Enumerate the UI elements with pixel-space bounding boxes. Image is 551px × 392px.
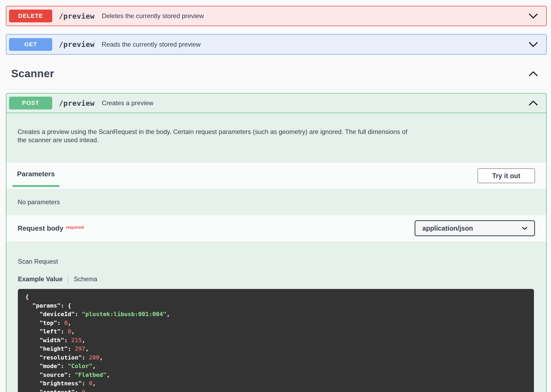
example-code: { "params": { "deviceId": "plustek:libus…: [18, 289, 534, 392]
chevron-down-icon: [521, 226, 528, 230]
tab-parameters[interactable]: Parameters: [13, 163, 59, 187]
section-title: Scanner: [11, 68, 54, 80]
content-type-select[interactable]: application/json: [415, 220, 535, 236]
chevron-down-icon[interactable]: [528, 42, 538, 47]
section-header-scanner[interactable]: Scanner: [6, 55, 547, 90]
tab-parameters-label: Parameters: [17, 170, 55, 178]
request-body-label: Request body: [18, 224, 63, 232]
operation-description-text: Creates a preview using the ScanRequest …: [18, 128, 417, 144]
parameters-header: Parameters Try it out: [6, 163, 546, 189]
endpoint-post: POST /preview Creates a preview Creates …: [6, 93, 547, 392]
operation-description: Creates a preview using the ScanRequest …: [6, 113, 546, 163]
example-schema-tabs: Example Value Schema: [18, 275, 534, 284]
endpoint-post-description: Creates a preview: [102, 99, 153, 107]
endpoint-get: GET /preview Reads the currently stored …: [6, 34, 547, 55]
chevron-up-icon[interactable]: [528, 100, 538, 106]
required-badge: required: [66, 225, 84, 230]
endpoint-delete: DELETE /preview Deletes the currently st…: [6, 6, 547, 26]
endpoint-delete-path: /preview: [59, 12, 95, 20]
endpoint-post-summary[interactable]: POST /preview Creates a preview: [6, 93, 546, 113]
endpoint-delete-description: Deletes the currently stored preview: [102, 12, 204, 20]
endpoint-get-summary[interactable]: GET /preview Reads the currently stored …: [6, 35, 546, 54]
request-body-title: Request bodyrequired: [18, 224, 84, 232]
endpoint-post-path: /preview: [59, 99, 95, 107]
try-it-out-button[interactable]: Try it out: [477, 168, 535, 183]
chevron-down-icon[interactable]: [528, 13, 538, 19]
no-parameters-message: No parameters: [6, 189, 546, 215]
content-type-value: application/json: [422, 224, 473, 232]
endpoint-get-description: Reads the currently stored preview: [102, 41, 201, 48]
tab-example-value[interactable]: Example Value: [18, 275, 63, 283]
method-badge-post: POST: [9, 97, 52, 109]
endpoint-get-path: /preview: [59, 40, 95, 48]
method-badge-get: GET: [9, 38, 52, 51]
tab-schema[interactable]: Schema: [74, 275, 97, 283]
request-body-header: Request bodyrequired application/json: [6, 215, 546, 241]
request-body-content: Scan Request Example Value Schema { "par…: [6, 241, 546, 392]
chevron-up-icon[interactable]: [528, 71, 538, 77]
endpoint-delete-summary[interactable]: DELETE /preview Deletes the currently st…: [6, 6, 546, 26]
tab-separator: [68, 275, 68, 284]
method-badge-delete: DELETE: [9, 10, 52, 22]
schema-title: Scan Request: [18, 258, 534, 265]
